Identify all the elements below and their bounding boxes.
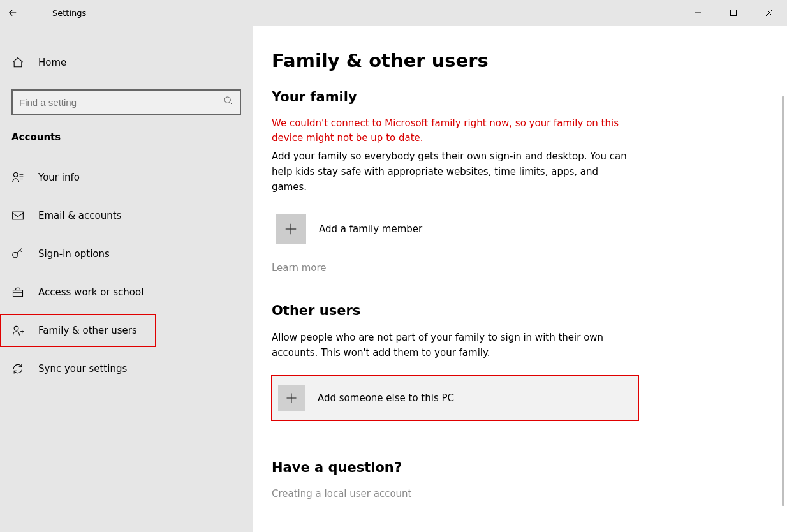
- other-users-heading: Other users: [272, 303, 787, 318]
- search-icon: [223, 96, 233, 108]
- nav-sync-settings[interactable]: Sync your settings: [0, 352, 253, 385]
- nav-your-info[interactable]: Your info: [0, 161, 253, 194]
- svg-line-5: [230, 102, 232, 104]
- svg-point-11: [13, 253, 18, 258]
- minimize-icon: [694, 9, 702, 17]
- titlebar: Settings: [0, 0, 787, 26]
- plus-icon: [278, 385, 305, 411]
- search-box[interactable]: [11, 89, 241, 115]
- nav-family-other-users[interactable]: Family & other users: [0, 314, 156, 347]
- family-heading: Your family: [272, 89, 787, 105]
- maximize-button[interactable]: [716, 0, 751, 26]
- people-add-icon: [11, 324, 24, 337]
- close-button[interactable]: [751, 0, 787, 26]
- minimize-button[interactable]: [680, 0, 716, 26]
- nav-label: Sync your settings: [38, 363, 127, 374]
- svg-point-14: [14, 326, 18, 330]
- window-title: Settings: [52, 8, 86, 18]
- email-icon: [11, 209, 24, 222]
- nav-email-accounts[interactable]: Email & accounts: [0, 199, 253, 232]
- section-accounts-label: Accounts: [0, 115, 253, 149]
- close-icon: [765, 9, 773, 17]
- add-family-member-button[interactable]: Add a family member: [272, 210, 629, 248]
- nav-access-work-school[interactable]: Access work or school: [0, 276, 253, 309]
- nav-label: Access work or school: [38, 286, 143, 298]
- back-button[interactable]: [0, 0, 26, 26]
- question-heading: Have a question?: [272, 460, 787, 475]
- svg-point-6: [13, 173, 18, 177]
- search-input[interactable]: [19, 97, 223, 108]
- nav-label: Sign-in options: [38, 248, 110, 260]
- svg-point-4: [224, 97, 230, 103]
- learn-more-link[interactable]: Learn more: [272, 262, 787, 274]
- sidebar: Home Accounts Your info Email & account: [0, 26, 253, 532]
- home-icon: [11, 56, 24, 69]
- add-someone-else-button[interactable]: Add someone else to this PC: [272, 376, 638, 420]
- nav-label: Your info: [38, 172, 80, 183]
- page-title: Family & other users: [272, 50, 787, 71]
- scrollbar[interactable]: [782, 96, 784, 506]
- home-nav[interactable]: Home: [0, 46, 253, 79]
- nav-label: Family & other users: [38, 325, 137, 336]
- add-someone-label: Add someone else to this PC: [318, 392, 454, 404]
- family-description: Add your family so everybody gets their …: [272, 149, 629, 195]
- nav-label: Email & accounts: [38, 210, 121, 221]
- user-info-icon: [11, 171, 24, 184]
- key-icon: [11, 248, 24, 260]
- add-family-label: Add a family member: [319, 223, 422, 235]
- arrow-left-icon: [7, 7, 18, 18]
- nav-list: Your info Email & accounts Sign-in optio…: [0, 161, 253, 385]
- window-controls: [680, 0, 787, 26]
- maximize-icon: [730, 9, 737, 17]
- family-error-text: We couldn't connect to Microsoft family …: [272, 116, 629, 145]
- briefcase-icon: [11, 286, 24, 299]
- sync-icon: [11, 362, 24, 375]
- nav-signin-options[interactable]: Sign-in options: [0, 237, 253, 270]
- plus-icon: [276, 214, 306, 244]
- other-users-description: Allow people who are not part of your fa…: [272, 330, 629, 360]
- home-label: Home: [38, 57, 66, 68]
- svg-rect-10: [13, 212, 24, 219]
- svg-rect-12: [13, 290, 23, 297]
- svg-rect-1: [731, 10, 737, 16]
- content-area: Family & other users Your family We coul…: [253, 26, 787, 532]
- question-link[interactable]: Creating a local user account: [272, 488, 787, 499]
